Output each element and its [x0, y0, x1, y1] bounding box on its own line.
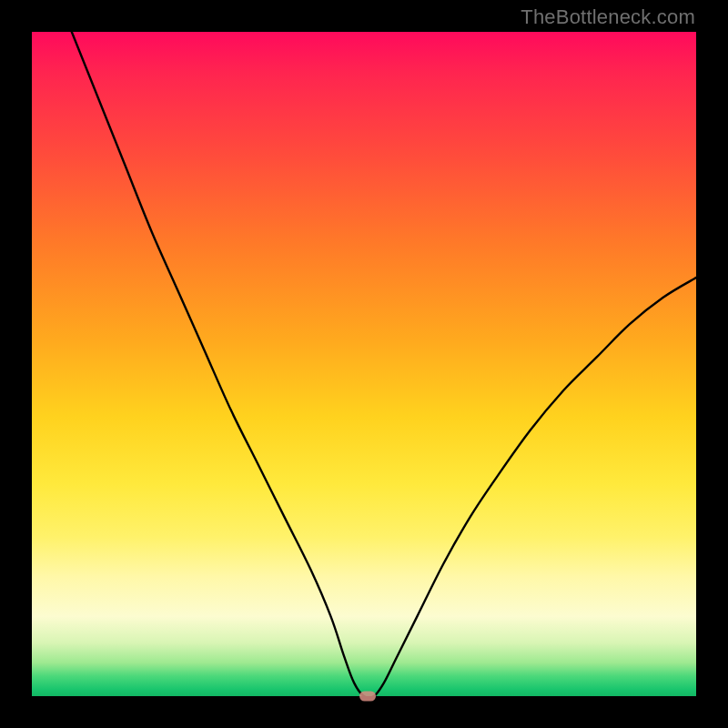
watermark-text: TheBottleneck.com	[521, 5, 695, 29]
optimal-marker	[359, 692, 376, 702]
bottleneck-curve	[32, 32, 696, 696]
curve-path	[72, 32, 696, 696]
plot-area	[32, 32, 696, 696]
chart-stage: TheBottleneck.com	[0, 0, 728, 728]
